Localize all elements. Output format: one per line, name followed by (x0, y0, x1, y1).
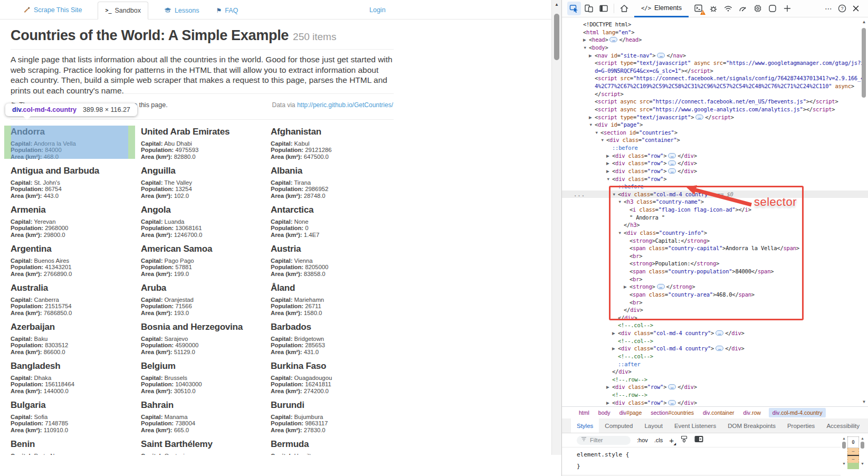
dom-tree-line[interactable]: <!--.col--> (562, 337, 868, 345)
inline-expand-ellipsis[interactable]: … (668, 400, 676, 405)
more-icon[interactable]: ⋯ (822, 2, 835, 15)
tab-event-listeners[interactable]: Event Listeners (669, 418, 722, 433)
tab-computed[interactable]: Computed (599, 418, 638, 433)
data-source-link[interactable]: http://peric.github.io/GetCountries/ (297, 101, 393, 109)
expand-arrow[interactable]: ▼ (606, 176, 612, 184)
storage-icon[interactable] (766, 2, 779, 15)
inline-expand-ellipsis[interactable]: … (657, 53, 665, 58)
dom-tree-line[interactable]: <!--.row--> (562, 376, 868, 384)
inline-expand-ellipsis[interactable]: … (668, 153, 676, 158)
dom-tree-line[interactable]: <script async src="https://connect.faceb… (562, 98, 868, 106)
dom-tree-line[interactable]: ▼<div class="row"> (562, 175, 868, 183)
inline-expand-ellipsis[interactable]: … (657, 284, 665, 289)
expand-arrow[interactable]: ▶ (589, 114, 595, 122)
home-icon[interactable] (617, 2, 631, 15)
dom-tree-line[interactable]: ▶<div class="row">…</div> (562, 152, 868, 160)
expand-arrow[interactable]: ▼ (618, 230, 624, 237)
mini-scrollbar[interactable]: ▲ ▼ (859, 436, 866, 476)
panel-layout-icon[interactable] (597, 2, 611, 15)
dom-tree-line[interactable]: </div> (562, 368, 868, 376)
dom-tree-line[interactable]: <strong>Population:</strong> (562, 260, 868, 268)
tab-dom-breakpoints[interactable]: DOM Breakpoints (722, 418, 781, 433)
dom-tree-line[interactable]: 4%2C77%2C67%2C109%2C59%2C58%2C31%2C96%2C… (562, 82, 868, 90)
dom-tree-line[interactable]: " Andorra " (562, 214, 868, 222)
dom-tree-line[interactable]: ▶<script type="text/javascript">…</scrip… (562, 113, 868, 121)
inline-expand-ellipsis[interactable]: … (668, 160, 676, 166)
breadcrumb-item[interactable]: html (578, 408, 590, 417)
breadcrumb-item[interactable]: section#countries (650, 408, 695, 417)
dom-tree-line[interactable]: <span class="country-area">468.0</span> (562, 291, 868, 299)
dom-tree-line[interactable]: ::before (562, 144, 868, 152)
breadcrumb-item[interactable]: body (597, 408, 612, 417)
inline-expand-ellipsis[interactable]: … (668, 384, 676, 389)
dom-tree-line[interactable]: </h3> (562, 221, 868, 229)
scrollbar-thumb[interactable] (554, 14, 559, 60)
tab-styles[interactable]: Styles (571, 418, 599, 433)
dom-tree-line[interactable]: ▶<nav id="site-nav">…</nav> (562, 52, 868, 60)
nav-item-sandbox[interactable]: >_ Sandbox (98, 2, 148, 20)
expand-arrow[interactable]: ▶ (589, 52, 595, 60)
dom-tree-line[interactable]: ▼<div class="container"> (562, 136, 868, 144)
dom-tree-line[interactable]: d=G-09N5RQCFG4&cx=c&_slc=1"></script> (562, 67, 868, 75)
dom-tree-line[interactable]: ▶<div class="row">…</div> (562, 399, 868, 406)
inline-expand-ellipsis[interactable]: … (716, 346, 723, 351)
expand-arrow[interactable]: ▶ (606, 384, 612, 392)
tab-accessibility[interactable]: Accessibility (821, 418, 865, 433)
dom-tree-line[interactable]: ▶<div class="row">…</div> (562, 159, 868, 167)
expand-arrow[interactable]: ▶ (606, 168, 612, 176)
page-scrollbar[interactable]: ▲ (551, 0, 561, 455)
dom-tree-line[interactable]: <script type="text/javascript" async src… (562, 59, 868, 67)
memory-icon[interactable] (751, 2, 765, 15)
dom-tree-line[interactable]: ▼<h3 class="country-name"> (562, 198, 868, 206)
scroll-down-arrow[interactable]: ▼ (861, 399, 867, 404)
tab-layout[interactable]: Layout (638, 418, 669, 433)
expand-arrow[interactable]: ▼ (595, 129, 600, 137)
close-icon[interactable] (849, 2, 863, 15)
new-style-rule-button[interactable]: +◢ (669, 436, 674, 445)
scroll-down-arrow[interactable]: ▼ (842, 462, 846, 465)
dom-tree-line[interactable]: <span class="country-capital">Andorra la… (562, 244, 868, 252)
dom-tree-line[interactable]: </div> (562, 314, 868, 322)
dom-tree-line[interactable]: <br> (562, 299, 868, 307)
dom-tree-line[interactable]: <!--.row--> (562, 391, 868, 399)
computed-sidebar-toggle-icon[interactable] (694, 435, 703, 445)
dom-tree-line[interactable]: ▼<section id="countries"> (562, 129, 868, 137)
expand-arrow[interactable]: ▶ (606, 160, 612, 168)
expand-arrow[interactable]: ▶ (612, 345, 618, 353)
styles-filter-input[interactable]: Filter (577, 436, 631, 445)
dom-tree-line[interactable]: ▼<div class="country-info"> (562, 229, 868, 237)
nav-item-faq[interactable]: ⚑ FAQ (215, 2, 239, 19)
debug-icon[interactable] (707, 2, 720, 15)
expand-arrow[interactable]: ▶ (583, 36, 589, 44)
dom-tree-line[interactable]: ▼<body> (562, 44, 868, 52)
dom-tree-line[interactable]: ▶<div class="row">…</div> (562, 167, 868, 175)
console-icon[interactable] (692, 2, 705, 15)
inspect-icon[interactable] (567, 2, 581, 15)
breadcrumb-item[interactable]: div.col-md-4.country (769, 408, 826, 417)
scrollbar-thumb[interactable] (862, 28, 866, 98)
dom-tree-line[interactable]: <html lang="en"> (562, 28, 868, 36)
scroll-up-arrow[interactable]: ▲ (861, 436, 864, 440)
dom-tree-line[interactable]: <br> (562, 275, 868, 283)
dom-tree-scrollbar[interactable]: ▲ ▼ (861, 20, 867, 404)
dom-tree-line[interactable]: ▶<strong>…</strong> (562, 283, 868, 291)
expand-arrow[interactable]: ▼ (600, 137, 606, 145)
dom-tree-line[interactable]: <!DOCTYPE html> (562, 21, 868, 28)
scrollbar-thumb[interactable] (842, 442, 846, 449)
scroll-up-arrow[interactable]: ▲ (552, 2, 561, 7)
inline-expand-ellipsis[interactable]: … (668, 168, 676, 174)
performance-icon[interactable] (736, 2, 750, 15)
scrollbar-thumb[interactable] (861, 442, 864, 449)
dom-tree-line[interactable]: </div> (562, 306, 868, 314)
expand-arrow[interactable]: ▶ (606, 153, 612, 160)
inline-expand-ellipsis[interactable]: … (716, 330, 723, 336)
expand-arrow[interactable]: ▼ (583, 44, 589, 52)
expand-arrow[interactable]: ▶ (624, 283, 629, 291)
login-link[interactable]: Login (369, 6, 386, 14)
expand-arrow[interactable]: ▼ (612, 191, 618, 199)
dom-tree-line[interactable]: ::after (562, 360, 868, 368)
element-style-rule[interactable]: element.style { (577, 449, 841, 461)
add-tools-icon[interactable] (780, 2, 794, 15)
toggle-hover-state[interactable]: :hov (637, 437, 648, 443)
dom-tree-line[interactable]: <br> (562, 252, 868, 260)
